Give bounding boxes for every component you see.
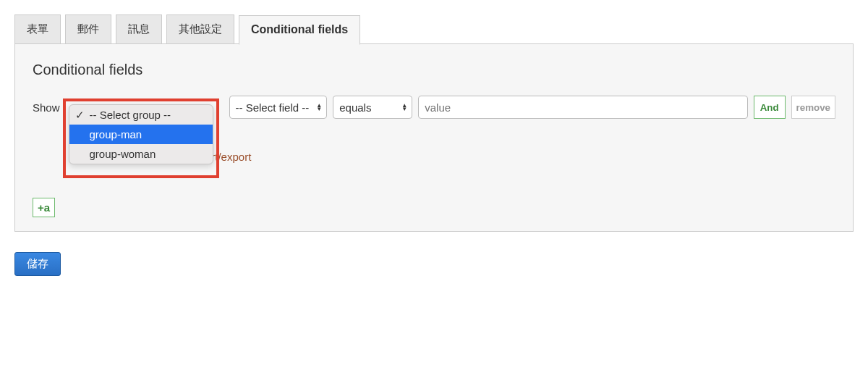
sort-icon: ▲▼ [401, 104, 407, 111]
show-label: Show [33, 101, 60, 114]
tab-messages[interactable]: 訊息 [116, 14, 162, 44]
and-button[interactable]: And [754, 96, 786, 119]
panel-title: Conditional fields [33, 62, 835, 78]
remove-button[interactable]: remove [791, 96, 835, 119]
conditional-fields-panel: Conditional fields Show -- Select group … [14, 43, 854, 232]
tabs: 表單 郵件 訊息 其他設定 Conditional fields [14, 14, 854, 44]
value-input[interactable] [418, 96, 747, 119]
tab-conditional-fields[interactable]: Conditional fields [239, 15, 360, 45]
save-button[interactable]: 儲存 [14, 252, 61, 276]
group-dropdown-menu[interactable]: -- Select group -- group-man group-woman [69, 104, 213, 164]
operator-select[interactable]: equals ▲▼ [333, 96, 412, 119]
dropdown-option-select-group[interactable]: -- Select group -- [69, 105, 213, 125]
tab-mail[interactable]: 郵件 [65, 14, 111, 44]
field-select-label: -- Select field -- [236, 101, 310, 114]
operator-label: equals [339, 101, 371, 114]
add-rule-button-partial[interactable]: +a [33, 198, 55, 217]
tab-other-settings[interactable]: 其他設定 [166, 14, 234, 44]
dropdown-option-group-man[interactable]: group-man [69, 125, 213, 144]
sort-icon: ▲▼ [316, 104, 322, 111]
tab-form[interactable]: 表單 [14, 14, 61, 44]
field-select[interactable]: -- Select field -- ▲▼ [229, 96, 328, 119]
dropdown-option-group-woman[interactable]: group-woman [69, 144, 213, 164]
condition-row: Show -- Select group -- group-man group-… [33, 96, 835, 119]
